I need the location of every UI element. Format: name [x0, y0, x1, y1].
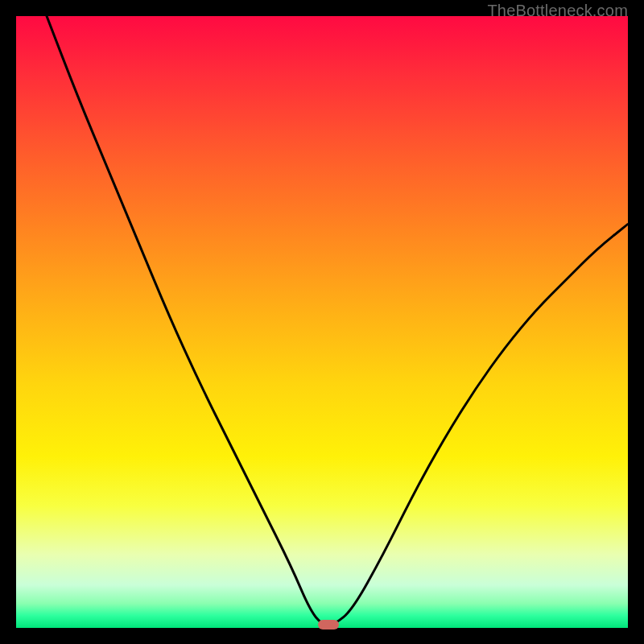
- chart-frame: TheBottleneck.com: [0, 0, 644, 644]
- curve-path: [47, 16, 628, 625]
- plot-area: [16, 16, 628, 628]
- bottleneck-curve: [16, 16, 628, 628]
- optimal-marker: [318, 620, 339, 630]
